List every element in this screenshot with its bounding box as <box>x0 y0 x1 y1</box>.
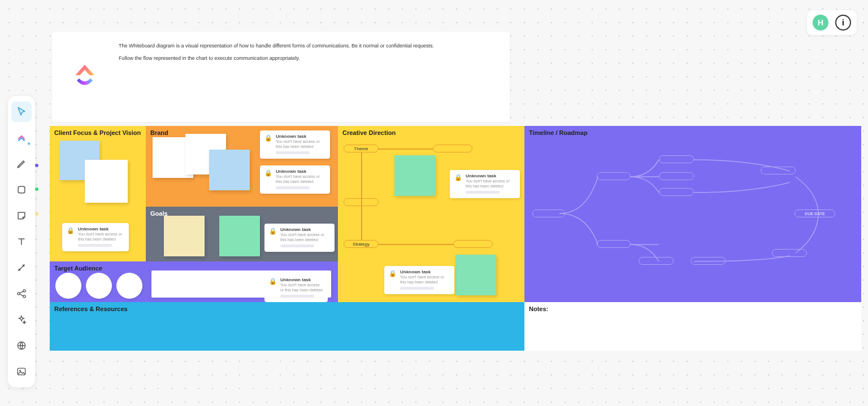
cursor-icon <box>16 106 27 117</box>
flow-connector <box>379 149 433 150</box>
section-references[interactable]: References & Resources <box>50 302 524 351</box>
sticky-note[interactable] <box>455 255 496 295</box>
section-notes[interactable]: Notes: <box>524 302 861 351</box>
flow-connector <box>361 152 362 241</box>
lock-icon: 🔒 <box>264 169 272 177</box>
connector-icon <box>16 262 27 273</box>
avatar-placeholder[interactable] <box>86 273 112 299</box>
task-subtitle: You don't have access or this has been d… <box>78 232 124 242</box>
sticky-note[interactable] <box>394 155 435 196</box>
intro-line-2: Follow the flow represented in the chart… <box>119 54 434 62</box>
task-card[interactable]: 🔒 Unknown task You don't have access or … <box>450 170 520 198</box>
pen-tool[interactable] <box>11 154 32 174</box>
task-title: Unknown task <box>280 277 323 282</box>
pen-icon <box>16 158 27 169</box>
mindmap-tool[interactable] <box>11 283 32 304</box>
section-target-audience[interactable]: Target Audience 🔒 Unknown task You don't… <box>50 261 338 302</box>
task-subtitle: You don't have access or this has been d… <box>280 282 323 293</box>
ai-tool[interactable] <box>11 309 32 330</box>
flow-node[interactable] <box>453 240 493 248</box>
flow-node[interactable] <box>433 145 472 152</box>
user-avatar[interactable]: H <box>813 15 828 30</box>
globe-icon <box>16 340 27 351</box>
timeline-node-due-date[interactable]: DUE DATE <box>795 209 835 217</box>
clickup-logo-icon <box>69 61 101 93</box>
timeline-node[interactable] <box>597 172 631 180</box>
lock-icon: 🔒 <box>269 228 277 235</box>
section-label: Creative Direction <box>338 126 524 139</box>
timeline-node[interactable] <box>597 240 631 248</box>
section-brand[interactable]: Brand 🔒 Unknown task You don't have acce… <box>146 126 338 207</box>
section-label: Notes: <box>524 302 861 316</box>
text-box[interactable]: 🔒 Unknown task You don't have access or … <box>151 270 331 298</box>
color-swatch-purple[interactable] <box>35 164 38 167</box>
info-button[interactable]: i <box>835 15 851 30</box>
timeline-node[interactable] <box>659 155 694 163</box>
task-placeholder-bar <box>280 245 314 247</box>
square-icon <box>16 184 27 195</box>
sparkle-icon <box>16 314 27 325</box>
task-title: Unknown task <box>280 227 330 232</box>
flow-node-strategy[interactable]: Strategy <box>344 240 379 248</box>
section-client-focus[interactable]: Client Focus & Project Vision 🔒 Unknown … <box>50 126 146 261</box>
flow-node-theme[interactable]: Theme <box>344 145 379 152</box>
svg-rect-0 <box>18 186 25 193</box>
timeline-node[interactable] <box>761 167 796 174</box>
task-placeholder-bar <box>400 287 434 290</box>
logo <box>62 40 107 114</box>
plus-icon: + <box>27 141 31 147</box>
select-tool[interactable] <box>11 102 32 122</box>
topbar: H i <box>807 10 857 35</box>
nodes-icon <box>16 288 27 299</box>
section-timeline[interactable]: Timeline / Roadmap DUE DATE <box>524 126 861 302</box>
intro-line-1: The Whiteboard diagram is a visual repre… <box>119 42 434 50</box>
section-label: Client Focus & Project Vision <box>50 126 146 139</box>
lock-icon: 🔒 <box>269 278 277 285</box>
sticky-note[interactable] <box>164 216 205 256</box>
task-subtitle: You don't have access or this has been d… <box>466 178 515 189</box>
text-tool[interactable] <box>11 232 32 252</box>
avatar-placeholder[interactable] <box>55 273 81 299</box>
task-card[interactable]: 🔒 Unknown task You don't have access or … <box>260 130 330 159</box>
task-subtitle: You don't have access or this has been d… <box>276 139 326 149</box>
task-card[interactable]: 🔒 Unknown task You don't have access or … <box>384 266 454 294</box>
task-title: Unknown task <box>78 226 124 232</box>
task-card[interactable]: 🔒 Unknown task You don't have access or … <box>62 223 129 251</box>
task-placeholder-bar <box>466 191 500 194</box>
image-icon <box>16 366 27 377</box>
intro-card[interactable]: The Whiteboard diagram is a visual repre… <box>52 32 510 122</box>
section-creative-direction[interactable]: Creative Direction Theme Strategy 🔒 Unkn… <box>338 126 524 302</box>
task-subtitle: You don't have access or this has been d… <box>276 174 326 184</box>
clickup-tool[interactable]: + <box>11 128 32 148</box>
task-placeholder-bar <box>78 244 112 247</box>
task-card[interactable]: 🔒 Unknown task You don't have access or … <box>260 165 330 194</box>
clickup-icon <box>16 132 27 143</box>
color-swatch-yellow[interactable] <box>35 212 38 216</box>
flow-node[interactable] <box>344 198 379 206</box>
section-goals[interactable]: Goals 🔒 Unknown task You don't have acce… <box>146 207 338 261</box>
task-placeholder-bar <box>280 295 314 298</box>
task-title: Unknown task <box>466 173 515 178</box>
sticky-note[interactable] <box>209 150 250 190</box>
timeline-node[interactable] <box>691 257 726 265</box>
sticky-note[interactable] <box>85 160 128 203</box>
timeline-node[interactable] <box>639 257 674 265</box>
task-card[interactable]: 🔒 Unknown task You don't have access or … <box>264 224 335 252</box>
timeline-node[interactable] <box>659 172 694 180</box>
avatar-placeholder[interactable] <box>116 273 142 299</box>
sticky-icon <box>16 210 27 221</box>
timeline-node[interactable] <box>659 188 694 196</box>
image-tool[interactable] <box>11 361 32 382</box>
web-tool[interactable] <box>11 335 32 356</box>
shape-tool[interactable] <box>11 180 32 200</box>
connector-tool[interactable] <box>11 257 32 278</box>
task-card[interactable]: 🔒 Unknown task You don't have access or … <box>264 274 328 302</box>
task-subtitle: You don't have access or this has been d… <box>400 274 450 285</box>
timeline-node[interactable] <box>532 209 565 217</box>
lock-icon: 🔒 <box>454 174 462 181</box>
svg-rect-5 <box>18 368 25 375</box>
sticky-tool[interactable] <box>11 206 32 226</box>
timeline-node[interactable] <box>772 249 807 257</box>
sticky-note[interactable] <box>219 216 260 256</box>
color-swatch-green[interactable] <box>35 187 38 191</box>
